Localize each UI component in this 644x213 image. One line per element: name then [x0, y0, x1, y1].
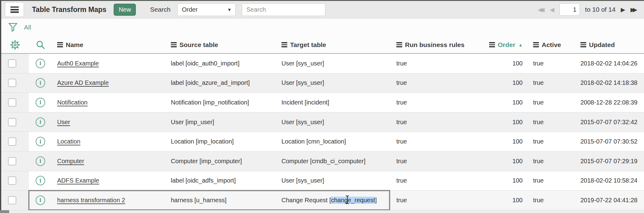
list-search-toggle-button[interactable] [29, 40, 52, 50]
row-checkbox[interactable] [8, 137, 16, 146]
target-table-cell[interactable]: User [sys_user] [276, 112, 391, 132]
info-icon[interactable]: i [36, 176, 45, 185]
column-menu-icon [489, 42, 495, 47]
row-checkbox[interactable] [8, 118, 16, 126]
column-header-name[interactable]: Name [52, 41, 166, 49]
info-icon[interactable]: i [36, 78, 45, 88]
source-table-cell[interactable]: label [oidc_azure_ad_import] [166, 73, 276, 93]
column-header-order[interactable]: Order ▲ [481, 41, 525, 49]
active-cell[interactable]: true [525, 112, 573, 132]
run-business-rules-cell[interactable]: true [391, 112, 481, 132]
active-cell[interactable]: true [525, 152, 573, 171]
record-link[interactable]: Notification [57, 99, 88, 106]
column-header-target-table[interactable]: Target table [276, 41, 391, 49]
active-cell[interactable]: true [525, 132, 573, 151]
breadcrumb-all[interactable]: All [24, 24, 31, 31]
run-business-rules-cell[interactable]: true [391, 171, 481, 191]
info-icon[interactable]: i [36, 156, 45, 166]
name-cell: ADFS Example [52, 171, 166, 191]
order-cell[interactable]: 100 [481, 171, 525, 191]
row-checkbox[interactable] [8, 157, 16, 165]
target-table-cell[interactable]: Computer [cmdb_ci_computer] [276, 152, 391, 171]
order-cell[interactable]: 100 [481, 73, 525, 93]
target-table-cell[interactable]: User [sys_user] [276, 54, 391, 73]
run-business-rules-cell[interactable]: true [391, 93, 481, 112]
record-link[interactable]: User [57, 119, 70, 126]
updated-cell[interactable]: 2015-07-07 07:29:19 [573, 152, 644, 171]
updated-cell[interactable]: 2008-12-28 22:08:39 [573, 93, 644, 112]
first-page-button[interactable]: ◀◀ [538, 6, 544, 13]
order-cell[interactable]: 100 [481, 93, 525, 112]
info-icon[interactable]: i [36, 59, 45, 68]
column-header-run-business-rules[interactable]: Run business rules [391, 41, 481, 49]
source-table-cell[interactable]: label [oidc_auth0_import] [166, 54, 276, 73]
updated-cell[interactable]: 2015-07-07 07:32:42 [573, 112, 644, 132]
run-business-rules-cell[interactable]: true [391, 191, 481, 210]
previous-page-button[interactable]: ◀ [550, 6, 554, 13]
row-checkbox[interactable] [8, 176, 16, 185]
source-table-cell[interactable]: User [imp_user] [166, 112, 276, 132]
record-link[interactable]: ADFS Example [57, 177, 99, 184]
list-title-bar: Table Transform Maps New Search Order ▼ … [1, 0, 644, 18]
updated-cell[interactable]: 2019-07-22 04:41:28 [573, 191, 644, 210]
info-icon[interactable]: i [36, 117, 45, 127]
info-icon[interactable]: i [36, 98, 45, 107]
record-link[interactable]: Location [57, 138, 80, 145]
active-cell[interactable]: true [525, 73, 573, 93]
target-table-cell[interactable]: Location [cmn_location] [276, 132, 391, 151]
run-business-rules-cell[interactable]: true [391, 54, 481, 73]
last-page-button[interactable]: ▶▶ [630, 6, 637, 13]
record-link[interactable]: harness transformation 2 [57, 197, 125, 204]
active-cell[interactable]: true [525, 191, 573, 210]
updated-cell[interactable]: 2018-02-02 10:58:24 [573, 171, 644, 191]
filter-breadcrumb-row: All [1, 18, 644, 36]
updated-cell[interactable]: 2015-07-07 07:30:52 [573, 132, 644, 151]
checkbox-cell [1, 93, 29, 112]
gear-icon [10, 39, 21, 50]
row-checkbox[interactable] [8, 79, 16, 87]
new-button[interactable]: New [114, 4, 136, 16]
source-table-cell[interactable]: label [oidc_adfs_import] [166, 171, 276, 191]
search-field-dropdown[interactable]: Order ▼ [177, 3, 236, 16]
run-business-rules-cell[interactable]: true [391, 73, 481, 93]
row-checkbox[interactable] [8, 59, 16, 68]
source-table-cell[interactable]: Computer [imp_computer] [166, 152, 276, 171]
info-icon[interactable]: i [36, 195, 45, 205]
column-header-source-table[interactable]: Source table [166, 41, 276, 49]
checkbox-cell [1, 54, 29, 73]
source-table-cell[interactable]: Notification [imp_notification] [166, 93, 276, 112]
target-table-cell[interactable]: Change Request [change_request] [276, 191, 391, 210]
record-link[interactable]: Auth0 Example [57, 60, 99, 67]
active-cell[interactable]: true [525, 93, 573, 112]
target-table-cell[interactable]: User [sys_user] [276, 73, 391, 93]
list-context-menu-button[interactable] [5, 2, 24, 17]
order-cell[interactable]: 100 [481, 112, 525, 132]
column-header-updated[interactable]: Updated [573, 41, 644, 49]
source-table-cell[interactable]: harness [u_harness] [166, 191, 276, 210]
record-link[interactable]: Azure AD Example [57, 79, 109, 86]
updated-cell[interactable]: 2018-02-02 14:18:38 [573, 73, 644, 93]
row-checkbox[interactable] [8, 196, 16, 204]
target-table-cell[interactable]: Incident [incident] [276, 93, 391, 112]
source-table-cell[interactable]: Location [imp_location] [166, 132, 276, 151]
active-cell[interactable]: true [525, 171, 573, 191]
run-business-rules-cell[interactable]: true [391, 132, 481, 151]
updated-cell[interactable]: 2018-02-02 14:04:26 [573, 54, 644, 73]
page-number-input[interactable] [560, 3, 580, 16]
row-checkbox[interactable] [8, 98, 16, 107]
record-link[interactable]: Computer [57, 158, 84, 165]
filter-funnel-icon[interactable] [8, 22, 18, 33]
order-cell[interactable]: 100 [481, 152, 525, 171]
order-cell[interactable]: 100 [481, 191, 525, 210]
next-page-button[interactable]: ▶ [621, 6, 625, 13]
target-table-cell[interactable]: User [sys_user] [276, 171, 391, 191]
order-cell[interactable]: 100 [481, 132, 525, 151]
info-cell: i [29, 112, 52, 132]
search-input[interactable] [242, 3, 325, 16]
order-cell[interactable]: 100 [481, 54, 525, 73]
column-header-active[interactable]: Active [525, 41, 573, 49]
personalize-list-gear-button[interactable] [1, 39, 29, 50]
info-icon[interactable]: i [36, 137, 45, 146]
active-cell[interactable]: true [525, 54, 573, 73]
run-business-rules-cell[interactable]: true [391, 152, 481, 171]
